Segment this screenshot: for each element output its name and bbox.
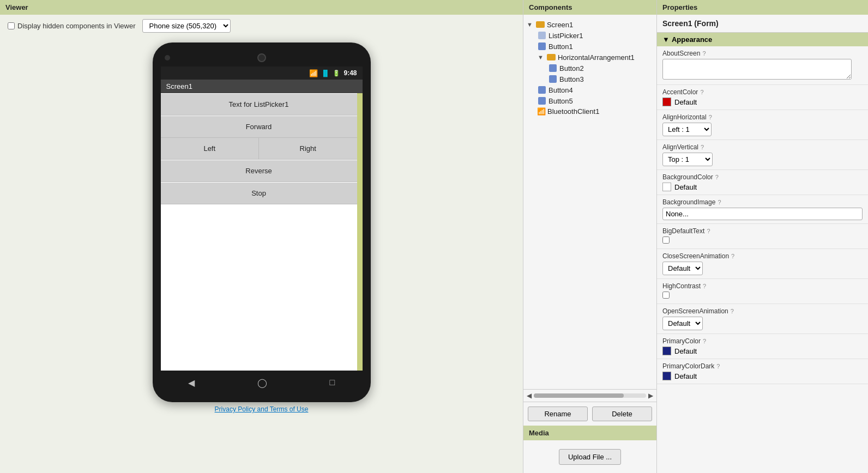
button5-icon [538,96,546,105]
about-screen-help[interactable]: ? [702,50,706,57]
scroll-right-arrow[interactable]: ▶ [648,392,653,399]
background-color-text: Default [674,183,697,191]
tree-label-harrangement1: HorizontalArrangement1 [558,53,635,62]
tree-label-button5: Button5 [548,97,573,105]
wifi-icon: 📶 [309,69,318,77]
prop-row-accent-color: AccentColor ? Default [657,85,868,110]
rename-button[interactable]: Rename [528,407,588,421]
open-screen-animation-help[interactable]: ? [731,308,734,314]
status-time: 9:48 [343,69,357,77]
tree-item-button5[interactable]: Button5 [527,95,653,106]
primary-color-help[interactable]: ? [703,338,706,344]
scroll-left-arrow[interactable]: ◀ [527,392,532,399]
signal-icon: ▐▌ [321,70,330,76]
stop-button[interactable]: Stop [161,182,357,204]
phone-title-bar: Screen1 [161,80,363,93]
about-screen-input[interactable] [662,59,852,80]
viewer-toolbar: Display hidden components in Viewer Phon… [0,15,523,37]
primary-color-dark-text: Default [674,372,697,380]
big-default-text-checkbox[interactable] [662,237,670,244]
tree-item-listpicker1[interactable]: ListPicker1 [527,30,653,41]
phone-nav-bar: ◀ ◯ □ [157,371,366,395]
tree-label-bluetooth1: BluetoothClient1 [547,107,599,116]
high-contrast-checkbox[interactable] [662,292,670,299]
accent-color-swatch[interactable] [662,98,671,106]
folder-icon-screen1 [536,20,545,29]
prop-label-primary-color-dark: PrimaryColorDark ? [662,362,863,370]
viewer-panel: Viewer Display hidden components in View… [0,0,523,473]
phone-size-select[interactable]: Phone size (505,320) [142,19,231,33]
align-horizontal-help[interactable]: ? [709,114,712,120]
prop-row-align-horizontal: AlignHorizontal ? Left : 1 Center : 3 Ri… [657,110,868,140]
close-screen-animation-select[interactable]: Default [662,262,703,275]
primary-color-swatch[interactable] [662,347,671,355]
tree-item-button3[interactable]: Button3 [527,74,653,84]
tree-label-screen1: Screen1 [547,21,573,29]
prop-label-accent-color: AccentColor ? [662,88,863,96]
tree-item-button4[interactable]: Button4 [527,84,653,95]
nav-recent-icon: □ [329,378,335,387]
prop-label-close-screen-animation: CloseScreenAnimation ? [662,252,863,260]
prop-row-big-default-text: BigDefaultText ? [657,224,868,249]
scroll-track[interactable] [534,393,646,398]
left-button[interactable]: Left [161,138,260,159]
tree-label-listpicker1: ListPicker1 [548,32,583,40]
button2-icon [548,64,557,72]
primary-color-dark-swatch[interactable] [662,372,671,380]
tree-item-screen1[interactable]: ▼ Screen1 [527,19,653,30]
tree-item-harrangement1[interactable]: ▼ HorizontalArrangement1 [527,52,653,63]
background-color-help[interactable]: ? [715,174,719,180]
align-vertical-help[interactable]: ? [701,144,704,150]
accent-color-help[interactable]: ? [700,89,703,95]
components-tree: ▼ Screen1 ListPicker1 Button1 [523,15,656,389]
align-horizontal-select[interactable]: Left : 1 Center : 3 Right : 2 [662,123,712,136]
prop-row-align-vertical: AlignVertical ? Top : 1 Center : 2 Botto… [657,140,868,170]
media-area: Upload File ... [523,440,656,473]
hidden-components-checkbox[interactable] [8,22,15,29]
nav-home-icon: ◯ [257,378,267,388]
close-screen-animation-help[interactable]: ? [731,253,734,259]
components-panel: Components ▼ Screen1 ListPicker1 [523,0,657,473]
primary-color-dark-help[interactable]: ? [716,363,720,369]
prop-label-align-horizontal: AlignHorizontal ? [662,113,863,121]
button4-icon [538,86,546,94]
background-color-swatch[interactable] [662,183,671,191]
big-default-text-help[interactable]: ? [707,228,710,234]
delete-button[interactable]: Delete [592,407,652,421]
prop-row-background-color: BackgroundColor ? Default [657,170,868,195]
hidden-components-label[interactable]: Display hidden components in Viewer [8,22,136,30]
collapse-harrangement1[interactable]: ▼ [538,54,544,60]
prop-label-background-color: BackgroundColor ? [662,173,863,181]
lr-row: Left Right [161,138,357,160]
right-button[interactable]: Right [259,138,357,159]
tree-item-button2[interactable]: Button2 [527,63,653,74]
scroll-thumb [534,393,624,398]
media-header: Media [523,426,656,440]
collapse-screen1[interactable]: ▼ [527,21,533,28]
tree-item-button1[interactable]: Button1 [527,41,653,52]
prop-row-about-screen: AboutScreen ? [657,46,868,85]
prop-row-open-screen-animation: OpenScreenAnimation ? Default [657,304,868,334]
listpicker-button[interactable]: Text for ListPicker1 [161,93,357,116]
background-image-input[interactable] [662,208,863,220]
align-vertical-select[interactable]: Top : 1 Center : 2 Bottom : 3 [662,153,713,166]
viewer-header: Viewer [0,0,523,15]
primary-color-text: Default [674,347,697,355]
background-image-help[interactable]: ? [718,199,721,205]
high-contrast-help[interactable]: ? [703,283,706,289]
tree-item-bluetooth1[interactable]: 📶 BluetoothClient1 [527,106,653,117]
phone-mockup: 📶 ▐▌ 🔋 9:48 Screen1 Text for ListPicker1… [153,43,371,402]
bluetooth-icon: 📶 [538,108,545,116]
prop-label-align-vertical: AlignVertical ? [662,143,863,151]
tree-label-button3: Button3 [559,75,584,83]
prop-row-background-image: BackgroundImage ? [657,195,868,224]
reverse-button[interactable]: Reverse [161,160,357,182]
listpicker-icon [538,31,546,40]
privacy-policy-link[interactable]: Privacy Policy and Terms of Use [215,405,309,413]
forward-button[interactable]: Forward [161,116,357,138]
open-screen-animation-select[interactable]: Default [662,317,703,330]
upload-file-button[interactable]: Upload File ... [559,449,621,465]
prop-label-open-screen-animation: OpenScreenAnimation ? [662,307,863,315]
button3-icon [548,75,557,83]
phone-app-area: Text for ListPicker1 Forward Left Right … [161,93,363,371]
